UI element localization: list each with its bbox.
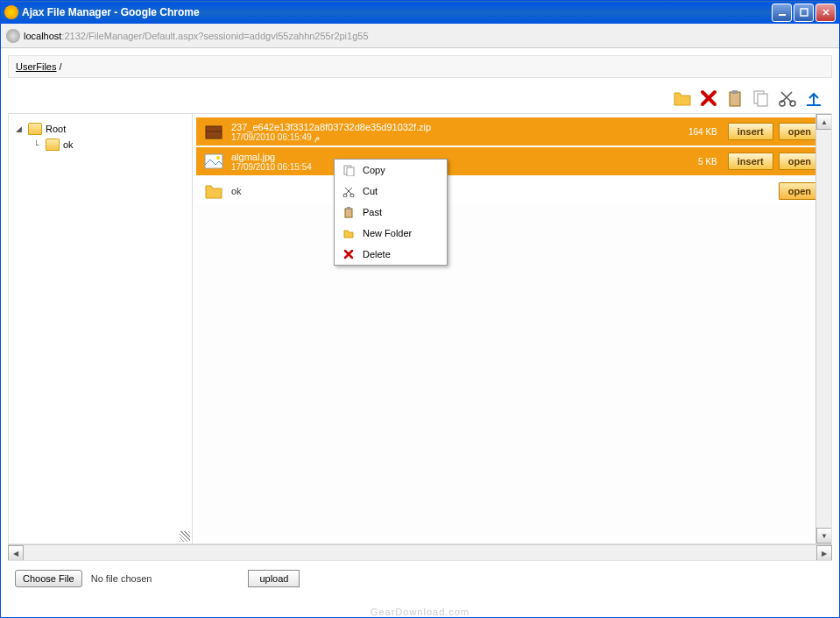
chrome-icon [4, 5, 18, 19]
file-date: 17/09/2010 06:15:49 م [231, 132, 647, 142]
choose-file-button[interactable]: Choose File [15, 570, 82, 587]
svg-point-7 [790, 101, 795, 106]
folder-tree: ◢ Root └ ok [9, 114, 193, 543]
file-size: 164 KB [647, 127, 717, 137]
svg-rect-12 [347, 167, 354, 176]
open-button[interactable]: open [779, 153, 821, 170]
copy-icon [342, 163, 356, 177]
maximize-icon [800, 8, 808, 17]
scroll-down-icon[interactable]: ▼ [816, 528, 831, 543]
url-path: :2132/FileManager/Default.aspx?sessionid… [61, 31, 368, 41]
insert-button[interactable]: insert [728, 153, 773, 170]
close-button[interactable] [815, 4, 836, 22]
file-row[interactable]: ok open [196, 177, 828, 205]
close-icon [822, 8, 830, 17]
new-folder-button[interactable] [671, 87, 694, 110]
tree-root-label: Root [46, 124, 66, 134]
svg-rect-1 [801, 9, 808, 16]
paste-button[interactable] [724, 87, 746, 110]
tree-root[interactable]: ◢ Root [16, 121, 185, 137]
breadcrumb-sep: / [56, 61, 61, 72]
file-list: 237_e642e13f3312a8f03732d8e35d91032f.zip… [193, 114, 831, 543]
svg-rect-9 [205, 154, 222, 168]
svg-rect-16 [347, 207, 350, 210]
file-row[interactable]: algmal.jpg 17/09/2010 06:15:54 5 KB inse… [196, 147, 828, 175]
svg-rect-5 [758, 94, 767, 106]
globe-icon [6, 29, 20, 43]
minimize-button[interactable] [772, 4, 792, 22]
ctx-label: Past [363, 207, 382, 217]
address-bar[interactable]: localhost:2132/FileManager/Default.aspx?… [1, 24, 839, 48]
ctx-new-folder[interactable]: New Folder [335, 223, 447, 244]
vertical-scrollbar[interactable]: ▲ ▼ [815, 114, 831, 543]
cut-icon [342, 184, 356, 198]
resize-handle[interactable] [180, 531, 190, 542]
upload-submit-button[interactable]: upload [248, 570, 300, 587]
folder-icon [203, 181, 224, 202]
svg-rect-0 [779, 14, 786, 16]
window-title: Ajax File Manager - Google Chrome [22, 6, 200, 18]
ctx-label: Cut [363, 186, 378, 196]
ctx-paste[interactable]: Past [335, 202, 447, 223]
no-file-label: No file chosen [91, 573, 152, 584]
url-host: localhost [24, 31, 61, 41]
content-area: UserFiles / [1, 48, 839, 603]
svg-rect-3 [732, 90, 738, 94]
upload-icon [804, 89, 823, 108]
expander-icon[interactable]: ◢ [16, 124, 25, 133]
ctx-label: New Folder [363, 228, 412, 238]
tree-child[interactable]: └ ok [33, 137, 185, 153]
clipboard-icon [725, 89, 745, 108]
tree-connector: └ [33, 140, 42, 149]
scissors-icon [778, 89, 797, 108]
zip-icon [203, 121, 224, 142]
horizontal-scrollbar[interactable]: ◀ ▶ [8, 544, 832, 560]
maximize-button[interactable] [794, 4, 814, 22]
titlebar: Ajax File Manager - Google Chrome [1, 1, 839, 24]
file-name: 237_e642e13f3312a8f03732d8e35d91032f.zip [231, 122, 647, 132]
delete-button[interactable] [697, 87, 720, 110]
image-icon [203, 151, 224, 172]
file-name: ok [231, 186, 698, 196]
folder-icon [46, 139, 60, 151]
delete-icon [342, 247, 356, 261]
svg-rect-8 [206, 126, 222, 139]
scroll-up-icon[interactable]: ▲ [816, 114, 831, 130]
svg-point-10 [216, 156, 220, 160]
tree-child-label: ok [63, 139, 74, 150]
copy-button[interactable] [750, 87, 773, 110]
insert-button[interactable]: insert [728, 123, 773, 140]
open-button[interactable]: open [779, 123, 821, 140]
scroll-left-icon[interactable]: ◀ [8, 545, 24, 561]
ctx-delete[interactable]: Delete [335, 244, 447, 265]
open-button[interactable]: open [779, 182, 821, 200]
copy-icon [752, 89, 771, 108]
app-window: Ajax File Manager - Google Chrome localh… [0, 0, 840, 618]
minimize-icon [778, 8, 787, 17]
folder-icon [28, 123, 42, 135]
svg-rect-2 [730, 92, 740, 106]
upload-button[interactable] [802, 87, 825, 110]
upload-bar: Choose File No file chosen upload [8, 560, 832, 596]
scroll-track[interactable] [24, 545, 816, 560]
ctx-label: Copy [363, 165, 385, 175]
breadcrumb: UserFiles / [8, 55, 832, 78]
ctx-cut[interactable]: Cut [335, 181, 447, 202]
context-menu: Copy Cut Past New Folder Delete [334, 159, 448, 266]
x-icon [699, 89, 718, 108]
file-row[interactable]: 237_e642e13f3312a8f03732d8e35d91032f.zip… [196, 117, 828, 146]
breadcrumb-root[interactable]: UserFiles [16, 61, 56, 72]
cut-button[interactable] [776, 87, 799, 110]
folder-icon [673, 89, 692, 108]
ctx-label: Delete [363, 249, 391, 259]
ctx-copy[interactable]: Copy [335, 160, 447, 181]
scroll-right-icon[interactable]: ▶ [816, 545, 832, 561]
folder-icon [342, 226, 356, 240]
scroll-track[interactable] [816, 130, 831, 528]
paste-icon [342, 205, 356, 219]
watermark: GearDownload.com [371, 607, 469, 617]
toolbar [8, 83, 832, 113]
svg-rect-15 [345, 209, 352, 217]
file-size: 5 KB [647, 157, 717, 167]
